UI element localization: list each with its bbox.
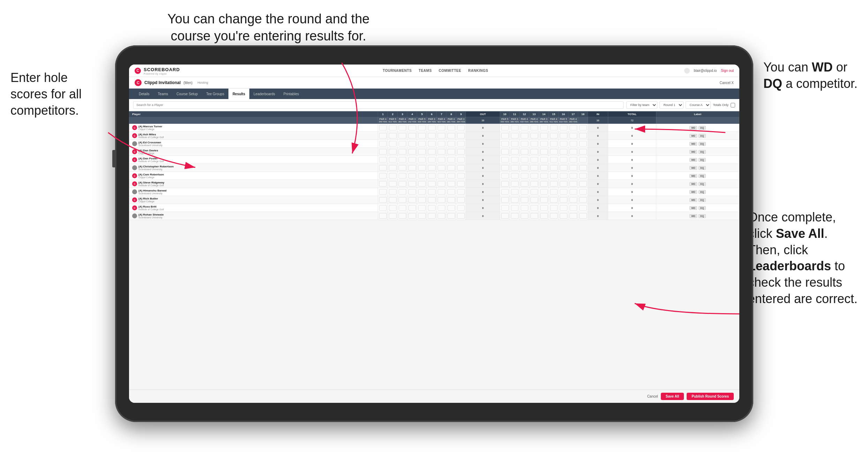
score-input-box[interactable] (457, 181, 465, 187)
score-input-box[interactable] (379, 165, 387, 171)
score-input-box[interactable] (579, 157, 587, 163)
score-input-box[interactable] (521, 157, 528, 163)
score-input-box[interactable] (550, 149, 558, 155)
score-hole-4-row-1[interactable] (407, 132, 417, 140)
score-hole-1-row-0[interactable] (378, 124, 388, 132)
dq-button-row-8[interactable]: DQ (699, 190, 706, 194)
score-input-box[interactable] (530, 125, 538, 130)
score-input-box[interactable] (560, 141, 567, 146)
score-hole-12-row-2[interactable] (520, 140, 529, 148)
score-hole-2-row-8[interactable] (388, 188, 398, 196)
score-hole-16-row-11[interactable] (559, 212, 568, 220)
score-input-box[interactable] (408, 141, 416, 146)
dq-button-row-5[interactable]: DQ (699, 166, 706, 170)
score-input-box[interactable] (511, 197, 519, 203)
score-input-box[interactable] (560, 125, 567, 130)
dq-button-row-9[interactable]: DQ (699, 198, 706, 202)
score-input-box[interactable] (560, 173, 567, 179)
score-hole-4-row-3[interactable] (407, 148, 417, 156)
score-input-box[interactable] (501, 189, 509, 195)
score-hole-15-row-10[interactable] (549, 204, 559, 212)
score-hole-10-row-0[interactable] (500, 124, 510, 132)
score-input-box[interactable] (428, 141, 436, 146)
score-input-box[interactable] (501, 181, 509, 187)
nav-teams[interactable]: TEAMS (419, 69, 432, 73)
score-input-box[interactable] (399, 149, 406, 155)
score-input-box[interactable] (540, 149, 548, 155)
score-hole-2-row-6[interactable] (388, 172, 398, 180)
score-input-box[interactable] (379, 125, 387, 130)
tab-leaderboards[interactable]: Leaderboards (249, 89, 279, 99)
score-hole-7-row-6[interactable] (437, 172, 446, 180)
score-hole-2-row-9[interactable] (388, 196, 398, 204)
wd-button-row-1[interactable]: WD (689, 134, 697, 138)
score-hole-15-row-7[interactable] (549, 180, 559, 188)
score-hole-3-row-3[interactable] (398, 148, 407, 156)
score-hole-12-row-4[interactable] (520, 156, 529, 164)
score-input-box[interactable] (550, 165, 558, 171)
score-input-box[interactable] (418, 133, 426, 138)
score-input-box[interactable] (438, 125, 445, 130)
cancel-action-button[interactable]: Cancel (647, 394, 658, 398)
score-hole-17-row-5[interactable] (568, 164, 578, 172)
score-hole-1-row-11[interactable] (378, 212, 388, 220)
score-input-box[interactable] (521, 125, 528, 130)
score-hole-12-row-1[interactable] (520, 132, 529, 140)
score-input-box[interactable] (560, 205, 567, 211)
score-input-box[interactable] (428, 149, 436, 155)
score-input-box[interactable] (550, 205, 558, 211)
score-input-box[interactable] (418, 125, 426, 130)
score-hole-10-row-6[interactable] (500, 172, 510, 180)
score-hole-5-row-6[interactable] (417, 172, 427, 180)
score-input-box[interactable] (428, 181, 436, 187)
score-hole-17-row-0[interactable] (568, 124, 578, 132)
score-input-box[interactable] (389, 165, 397, 171)
score-hole-14-row-10[interactable] (539, 204, 549, 212)
score-hole-10-row-11[interactable] (500, 212, 510, 220)
score-input-box[interactable] (530, 165, 538, 171)
score-hole-12-row-3[interactable] (520, 148, 529, 156)
score-hole-6-row-6[interactable] (427, 172, 437, 180)
wd-button-row-4[interactable]: WD (689, 158, 697, 162)
score-input-box[interactable] (447, 197, 455, 203)
score-hole-15-row-2[interactable] (549, 140, 559, 148)
score-input-box[interactable] (399, 133, 406, 138)
score-input-box[interactable] (399, 157, 406, 163)
score-input-box[interactable] (399, 213, 406, 219)
score-input-box[interactable] (511, 173, 519, 179)
score-input-box[interactable] (501, 173, 509, 179)
score-hole-3-row-2[interactable] (398, 140, 407, 148)
score-hole-15-row-11[interactable] (549, 212, 559, 220)
score-hole-4-row-10[interactable] (407, 204, 417, 212)
score-hole-1-row-10[interactable] (378, 204, 388, 212)
score-input-box[interactable] (447, 133, 455, 138)
score-input-box[interactable] (428, 213, 436, 219)
score-hole-12-row-10[interactable] (520, 204, 529, 212)
score-hole-6-row-4[interactable] (427, 156, 437, 164)
score-input-box[interactable] (501, 149, 509, 155)
score-hole-11-row-0[interactable] (510, 124, 520, 132)
score-input-box[interactable] (560, 213, 567, 219)
score-input-box[interactable] (389, 133, 397, 138)
score-hole-14-row-2[interactable] (539, 140, 549, 148)
score-hole-17-row-1[interactable] (568, 132, 578, 140)
score-hole-10-row-9[interactable] (500, 196, 510, 204)
score-hole-18-row-3[interactable] (578, 148, 588, 156)
score-input-box[interactable] (418, 173, 426, 179)
nav-committee[interactable]: COMMITTEE (439, 69, 461, 73)
score-hole-12-row-9[interactable] (520, 196, 529, 204)
score-input-box[interactable] (521, 133, 528, 138)
score-hole-17-row-10[interactable] (568, 204, 578, 212)
score-hole-7-row-10[interactable] (437, 204, 446, 212)
score-hole-17-row-6[interactable] (568, 172, 578, 180)
score-input-box[interactable] (511, 181, 519, 187)
score-hole-9-row-5[interactable] (456, 164, 466, 172)
score-input-box[interactable] (408, 133, 416, 138)
score-hole-17-row-4[interactable] (568, 156, 578, 164)
score-hole-14-row-3[interactable] (539, 148, 549, 156)
score-input-box[interactable] (379, 181, 387, 187)
score-hole-13-row-10[interactable] (529, 204, 539, 212)
score-hole-7-row-11[interactable] (437, 212, 446, 220)
score-input-box[interactable] (501, 165, 509, 171)
score-input-box[interactable] (438, 173, 445, 179)
